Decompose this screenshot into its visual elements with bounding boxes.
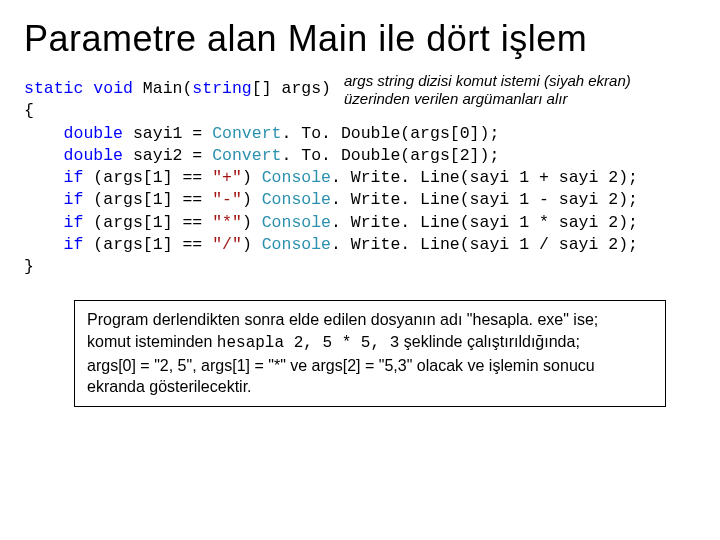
str-mul: "*" [212,213,242,232]
note-line3: args[0] = "2, 5", args[1] = "*" ve args[… [87,357,595,374]
annotation-line1: args string dizisi komut istemi (siyah e… [344,72,631,89]
op-minus: - [539,190,549,209]
op-plus: + [539,168,549,187]
note-line2a: komut isteminden [87,333,217,350]
paren-3: ) [242,213,262,232]
str-plus: "+" [212,168,242,187]
args1-eq-2: (args[1] == [83,190,212,209]
type-console-3: Console [262,213,331,232]
code-line-if-minus: if (args[1] == "-") Console. Write. Line… [24,189,696,211]
kw-double-1: double [64,124,123,143]
op-div: / [539,235,549,254]
wl-close-1: sayi 2); [549,168,638,187]
code-line-if-div: if (args[1] == "/") Console. Write. Line… [24,234,696,256]
code-line-if-plus: if (args[1] == "+") Console. Write. Line… [24,167,696,189]
str-minus: "-" [212,190,242,209]
paren-2: ) [242,190,262,209]
type-console-4: Console [262,235,331,254]
sayi1-decl: sayi1 = [123,124,212,143]
paren-1: ) [242,168,262,187]
op-mul: * [539,213,549,232]
kw-if-3: if [64,213,84,232]
args1-eq-4: (args[1] == [83,235,212,254]
note-line2c: şeklinde çalıştırıldığında; [399,333,580,350]
kw-if-2: if [64,190,84,209]
kw-void: void [93,79,133,98]
wl-close-2: sayi 2); [549,190,638,209]
annotation: args string dizisi komut istemi (siyah e… [344,72,720,108]
todouble-0: . To. Double(args[0]); [281,124,499,143]
str-div: "/" [212,235,242,254]
type-convert-2: Convert [212,146,281,165]
note-line4: ekranda gösterilecektir. [87,378,252,395]
wl-open-1: . Write. Line(sayi 1 [331,168,539,187]
args-param: [] args) [252,79,331,98]
code-line-sayi2: double sayi2 = Convert. To. Double(args[… [24,145,696,167]
todouble-2: . To. Double(args[2]); [281,146,499,165]
args1-eq-3: (args[1] == [83,213,212,232]
explanation-box: Program derlendikten sonra elde edilen d… [74,300,666,406]
kw-static: static [24,79,83,98]
type-console-1: Console [262,168,331,187]
args1-eq-1: (args[1] == [83,168,212,187]
ident-main: Main [143,79,183,98]
slide-title: Parametre alan Main ile dört işlem [24,18,696,60]
wl-open-2: . Write. Line(sayi 1 [331,190,539,209]
kw-if-1: if [64,168,84,187]
note-command: hesapla 2, 5 * 5, 3 [217,334,399,352]
note-line1: Program derlendikten sonra elde edilen d… [87,311,598,328]
paren-4: ) [242,235,262,254]
type-console-2: Console [262,190,331,209]
type-convert-1: Convert [212,124,281,143]
code-line-brace-close: } [24,256,696,278]
kw-string: string [192,79,251,98]
sayi2-decl: sayi2 = [123,146,212,165]
kw-if-4: if [64,235,84,254]
annotation-line2: üzerinden verilen argümanları alır [344,90,567,107]
code-block: args string dizisi komut istemi (siyah e… [24,78,696,278]
code-line-if-mul: if (args[1] == "*") Console. Write. Line… [24,212,696,234]
code-line-sayi1: double sayi1 = Convert. To. Double(args[… [24,123,696,145]
wl-close-4: sayi 2); [549,235,638,254]
wl-open-4: . Write. Line(sayi 1 [331,235,539,254]
kw-double-2: double [64,146,123,165]
wl-open-3: . Write. Line(sayi 1 [331,213,539,232]
wl-close-3: sayi 2); [549,213,638,232]
